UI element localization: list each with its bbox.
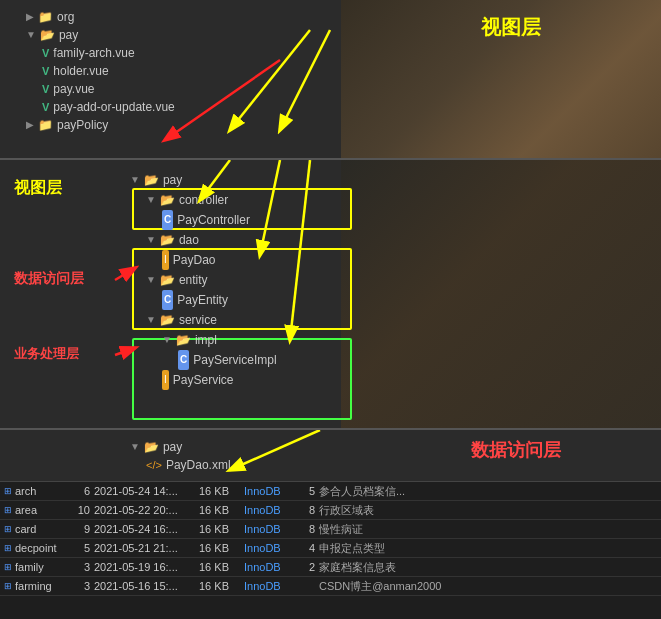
table-desc: 参合人员档案信... — [319, 484, 657, 499]
tree-item[interactable]: ▶ 📁 org — [10, 8, 175, 26]
tree-item[interactable]: ▶ 📁 payPolicy — [10, 116, 175, 134]
table-icon: ⊞ — [4, 486, 12, 496]
tree-label: entity — [179, 270, 208, 290]
table-size: 16 KB — [199, 504, 244, 516]
table-row[interactable]: ⊞family 3 2021-05-19 16:... 16 KB InnoDB… — [0, 558, 661, 577]
tree-label: payPolicy — [57, 116, 108, 134]
tree-item[interactable]: ▼ 📂 pay — [130, 438, 231, 456]
table-icon: ⊞ — [4, 543, 12, 553]
tree-item[interactable]: ▼ 📂 entity — [130, 270, 277, 290]
tree-item[interactable]: ▼ 📂 pay — [130, 170, 277, 190]
mid-tree: ▼ 📂 pay ▼ 📂 controller C PayController ▼… — [130, 170, 277, 390]
tree-item[interactable]: I PayDao — [130, 250, 277, 270]
tree-label: PayService — [173, 370, 234, 390]
folder-icon: 📂 — [160, 270, 175, 290]
tree-label: pay-add-or-update.vue — [53, 98, 174, 116]
folder-icon: 📁 — [38, 116, 53, 134]
chevron-right-icon: ▶ — [26, 8, 34, 26]
table-date: 2021-05-24 16:... — [94, 523, 199, 535]
tree-item[interactable]: C PayServiceImpl — [130, 350, 277, 370]
bot-tree: ▼ 📂 pay </> PayDao.xml — [130, 438, 231, 474]
top-tree: ▶ 📁 org ▼ 📂 pay V family-arch.vue V hold… — [10, 8, 175, 134]
chevron-down-icon: ▼ — [146, 190, 156, 210]
table-name: decpoint — [15, 542, 57, 554]
table-count: 5 — [299, 485, 319, 497]
class-icon: C — [162, 210, 173, 230]
table-size: 16 KB — [199, 542, 244, 554]
svg-line-0 — [165, 60, 280, 140]
chevron-right-icon: ▶ — [26, 116, 34, 134]
table-row[interactable]: ⊞farming 3 2021-05-16 15:... 16 KB InnoD… — [0, 577, 661, 596]
table-row[interactable]: ⊞arch 6 2021-05-24 14:... 16 KB InnoDB 5… — [0, 482, 661, 501]
table-row[interactable]: ⊞decpoint 5 2021-05-21 21:... 16 KB Inno… — [0, 539, 661, 558]
table-desc: 申报定点类型 — [319, 541, 657, 556]
table-num: 3 — [69, 580, 94, 592]
interface-icon: I — [162, 370, 169, 390]
table-count: 4 — [299, 542, 319, 554]
table-name: area — [15, 504, 37, 516]
table-num: 3 — [69, 561, 94, 573]
database-table: ⊞arch 6 2021-05-24 14:... 16 KB InnoDB 5… — [0, 482, 661, 619]
svg-line-1 — [230, 30, 310, 130]
tree-item[interactable]: </> PayDao.xml — [130, 456, 231, 474]
tree-item[interactable]: V pay.vue — [10, 80, 175, 98]
svg-line-2 — [280, 30, 330, 130]
table-size: 16 KB — [199, 580, 244, 592]
table-size: 16 KB — [199, 561, 244, 573]
table-desc: 行政区域表 — [319, 503, 657, 518]
tree-label: PayServiceImpl — [193, 350, 276, 370]
table-name: arch — [15, 485, 36, 497]
tree-item[interactable]: ▼ 📂 dao — [130, 230, 277, 250]
tree-label: pay — [163, 170, 182, 190]
tree-item[interactable]: ▼ 📂 controller — [130, 190, 277, 210]
tree-label: family-arch.vue — [53, 44, 134, 62]
chevron-down-icon: ▼ — [26, 26, 36, 44]
tree-item[interactable]: ▼ 📂 service — [130, 310, 277, 330]
tree-label: controller — [179, 190, 228, 210]
tree-label: pay.vue — [53, 80, 94, 98]
table-row[interactable]: ⊞card 9 2021-05-24 16:... 16 KB InnoDB 8… — [0, 520, 661, 539]
tree-label: PayEntity — [177, 290, 228, 310]
table-date: 2021-05-21 21:... — [94, 542, 199, 554]
table-engine: InnoDB — [244, 580, 299, 592]
class-icon: C — [178, 350, 189, 370]
table-num: 5 — [69, 542, 94, 554]
folder-icon: 📂 — [176, 330, 191, 350]
tree-item[interactable]: C PayEntity — [130, 290, 277, 310]
folder-icon: 📂 — [40, 26, 55, 44]
top-panel: ▶ 📁 org ▼ 📂 pay V family-arch.vue V hold… — [0, 0, 661, 160]
tree-item[interactable]: C PayController — [130, 210, 277, 230]
table-name: farming — [15, 580, 52, 592]
tree-item[interactable]: V holder.vue — [10, 62, 175, 80]
class-icon: C — [162, 290, 173, 310]
table-name: family — [15, 561, 44, 573]
vue-icon: V — [42, 98, 49, 116]
tree-label: org — [57, 8, 74, 26]
table-count: 8 — [299, 504, 319, 516]
label-业务处理层-mid: 业务处理层 — [14, 345, 79, 363]
tree-item[interactable]: I PayService — [130, 370, 277, 390]
label-数据访问层-mid: 数据访问层 — [14, 270, 84, 288]
chevron-down-icon: ▼ — [130, 438, 140, 456]
table-date: 2021-05-24 14:... — [94, 485, 199, 497]
table-desc: CSDN博主@anman2000 — [319, 579, 657, 594]
folder-icon: 📂 — [144, 438, 159, 456]
tree-item[interactable]: ▼ 📂 pay — [10, 26, 175, 44]
tree-item[interactable]: V pay-add-or-update.vue — [10, 98, 175, 116]
tree-label: PayDao — [173, 250, 216, 270]
interface-icon: I — [162, 250, 169, 270]
tree-label: holder.vue — [53, 62, 108, 80]
mid-bg — [341, 160, 661, 430]
table-size: 16 KB — [199, 485, 244, 497]
table-icon: ⊞ — [4, 581, 12, 591]
folder-icon: 📂 — [144, 170, 159, 190]
table-row[interactable]: ⊞area 10 2021-05-22 20:... 16 KB InnoDB … — [0, 501, 661, 520]
tree-label: pay — [163, 438, 182, 456]
tree-item[interactable]: ▼ 📂 impl — [130, 330, 277, 350]
tree-label: impl — [195, 330, 217, 350]
table-name: card — [15, 523, 36, 535]
table-engine: InnoDB — [244, 485, 299, 497]
chevron-down-icon: ▼ — [146, 230, 156, 250]
tree-label: PayController — [177, 210, 250, 230]
tree-item[interactable]: V family-arch.vue — [10, 44, 175, 62]
